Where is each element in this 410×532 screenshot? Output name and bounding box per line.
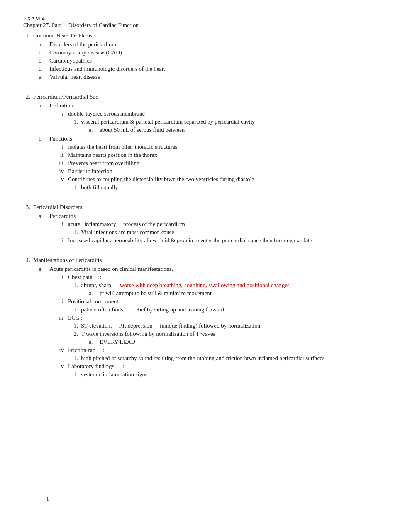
item-text: Pericarditis: [49, 213, 387, 219]
list-item: a. Pericarditis: [39, 213, 387, 219]
section-2-header: 2. Pericardium/Pericardial Sac: [23, 93, 387, 100]
item-text: visceral pericardium & parietal pericard…: [81, 119, 387, 125]
label-b: b.: [39, 136, 46, 142]
manifestations-sub: i. Chest pain : 1. abrupt, sharp, worse …: [54, 274, 387, 378]
positional-sub: 1. patient often finds relief by sitting…: [69, 306, 387, 313]
exam-title: EXAM 4 Chapter 27, Part 1: Disorders of …: [23, 15, 387, 29]
item-text: Contributes to coupling the distensibili…: [68, 176, 387, 183]
label-a: a.: [39, 266, 46, 272]
list-item: c. Cardiomyopathies: [39, 58, 387, 64]
item-text: Acute pericarditis is based on clinical …: [49, 266, 387, 272]
section-2: 2. Pericardium/Pericardial Sac a. Defini…: [23, 93, 387, 191]
label-1: 1.: [69, 184, 78, 191]
item-text: Disorders of the pericardium: [49, 41, 387, 48]
chapter-title: Chapter 27, Part 1: Disorders of Cardiac…: [23, 22, 387, 29]
item-text: about 50 mL of serous fluid between: [100, 127, 387, 133]
item-text: Coronary artery disease (CAD): [49, 49, 387, 56]
label-b: b.: [39, 49, 46, 56]
list-item: 1. visceral pericardium & parietal peric…: [69, 119, 387, 125]
section-3: 3. Pericardial Disorders a. Pericarditis…: [23, 204, 387, 244]
item-text: Isolates the heart from other thoracic s…: [68, 144, 387, 150]
label-1: 1.: [69, 119, 78, 125]
list-item: b. Functions: [39, 136, 387, 142]
label-1: 1.: [69, 323, 78, 329]
label-iii: iii.: [54, 314, 65, 321]
lab-sub: 1. systemic inflammation signs: [69, 371, 387, 378]
section-1-num: 1.: [23, 32, 30, 39]
list-item: iii. Prevents heart from overfilling: [54, 160, 387, 167]
list-item: b. Coronary artery disease (CAD): [39, 49, 387, 56]
definition-sub: i. double-layered serous membrane 1. vis…: [54, 110, 387, 133]
red-text-1: worse with deep breathing, coughing, swa…: [120, 282, 290, 288]
item-text: Laboratory findings :: [68, 363, 387, 370]
list-item: a. Definition: [39, 102, 387, 109]
label-iv: iv.: [54, 168, 65, 175]
pericarditis-sub: i. acute inflammatory process of the per…: [54, 221, 387, 244]
cavity-sub: a. about 50 mL of serous fluid between: [89, 127, 387, 133]
section-3-title: Pericardial Disorders: [33, 204, 387, 211]
list-item: a. about 50 mL of serous fluid between: [89, 127, 387, 133]
item-text: Valvular heart disease: [49, 74, 387, 80]
label-i: i.: [54, 274, 65, 280]
label-a: a.: [89, 339, 97, 345]
item-text: Cardiomyopathies: [49, 58, 387, 64]
list-item: 1. Viral infections are most common caus…: [69, 229, 387, 236]
list-item: 1. ST elevation, PR depression (unique f…: [69, 323, 387, 329]
section-3-header: 3. Pericardial Disorders: [23, 204, 387, 211]
item-text: acute inflammatory process of the perica…: [68, 221, 387, 228]
section-2-sub: a. Definition i. double-layered serous m…: [39, 102, 387, 191]
list-item: i. double-layered serous membrane: [54, 110, 387, 117]
item-text: Infectious and immunologic disorders of …: [49, 66, 387, 72]
item-text: ST elevation, PR depression (unique find…: [81, 323, 387, 329]
label-v: v.: [54, 363, 65, 370]
chest-pain-sub2: a. pt will attempt to be still & minimiz…: [89, 290, 387, 297]
item-text: T wave inversions following by normaliza…: [81, 331, 387, 337]
item-text: Chest pain :: [68, 274, 387, 280]
section-2-title: Pericardium/Pericardial Sac: [33, 93, 387, 100]
double-layer-sub: 1. visceral pericardium & parietal peric…: [69, 119, 387, 133]
section-4-sub: a. Acute pericarditis is based on clinic…: [39, 266, 387, 378]
item-text: ECG :: [68, 314, 387, 321]
item-text: Functions: [49, 136, 387, 142]
item-text: Friction rub :: [68, 347, 387, 354]
section-4: 4. Manifestations of Pericarditis a. Acu…: [23, 257, 387, 378]
label-ii: ii.: [54, 152, 65, 158]
t-wave-sub: a. EVERY LEAD: [89, 339, 387, 345]
list-item: a. EVERY LEAD: [89, 339, 387, 345]
label-1: 1.: [69, 282, 78, 289]
list-item: 2. T wave inversions following by normal…: [69, 331, 387, 337]
item-text: patient often finds relief by sitting up…: [81, 306, 387, 313]
label-v: v.: [54, 176, 65, 183]
list-item: 1. systemic inflammation signs: [69, 371, 387, 378]
item-text: Maintains hearts position in the thorax: [68, 152, 387, 158]
item-text: pt will attempt to be still & minimize m…: [100, 290, 387, 297]
section-4-title: Manifestations of Pericarditis: [33, 257, 387, 263]
section-4-header: 4. Manifestations of Pericarditis: [23, 257, 387, 263]
section-1-header: 1. Common Heart Problems: [23, 32, 387, 39]
ecg-sub: 1. ST elevation, PR depression (unique f…: [69, 323, 387, 345]
list-item: v. Contributes to coupling the distensib…: [54, 176, 387, 183]
label-1: 1.: [69, 229, 78, 236]
list-item: a. Disorders of the pericardium: [39, 41, 387, 48]
page-number: 1: [46, 496, 49, 502]
page-wrapper: EXAM 4 Chapter 27, Part 1: Disorders of …: [23, 15, 387, 518]
list-item: 1. patient often finds relief by sitting…: [69, 306, 387, 313]
friction-sub: 1. high pitched or scratchy sound result…: [69, 355, 387, 362]
item-text: Prevents heart from overfilling: [68, 160, 387, 167]
label-a: a.: [39, 102, 46, 109]
label-iii: iii.: [54, 160, 65, 167]
list-item: d. Infectious and immunologic disorders …: [39, 66, 387, 72]
list-item: 1. high pitched or scratchy sound result…: [69, 355, 387, 362]
list-item: a. pt will attempt to be still & minimiz…: [89, 290, 387, 297]
list-item: i. Chest pain :: [54, 274, 387, 280]
list-item: 1. both fill equally: [69, 184, 387, 191]
label-i: i.: [54, 221, 65, 228]
item-text: systemic inflammation signs: [81, 371, 387, 378]
list-item: 1. abrupt, sharp, worse with deep breath…: [69, 282, 387, 289]
item-text: abrupt, sharp, worse with deep breathing…: [81, 282, 387, 289]
section-4-num: 4.: [23, 257, 30, 263]
list-item: ii. Increased capillary permeability all…: [54, 237, 387, 244]
list-item: ii. Positional component :: [54, 298, 387, 305]
exam-label: EXAM 4: [23, 15, 387, 22]
label-1: 1.: [69, 355, 78, 362]
